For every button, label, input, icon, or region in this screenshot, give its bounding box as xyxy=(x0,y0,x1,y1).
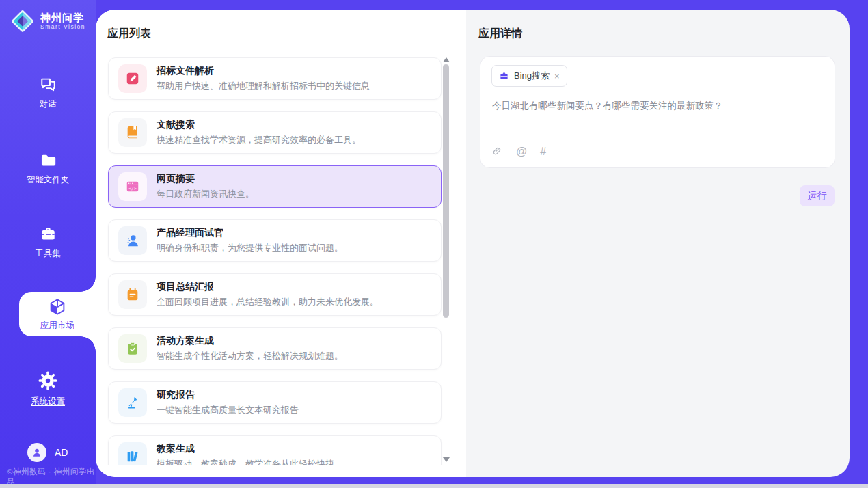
avatar[interactable] xyxy=(27,443,46,462)
app-list-scrollbar[interactable] xyxy=(442,57,450,462)
app-name: 文献搜索 xyxy=(157,119,361,131)
user-icon xyxy=(31,447,42,458)
app-card-literature-search[interactable]: 文献搜索 快速精准查找学术资源，提高研究效率的必备工具。 xyxy=(108,111,442,154)
scrollbar-thumb[interactable] xyxy=(443,64,449,318)
bottom-strip xyxy=(0,484,868,488)
app-name: 项目总结汇报 xyxy=(157,281,379,293)
sidebar-item-label: 智能文件夹 xyxy=(27,174,70,186)
main-content: 应用列表 招标文件解析 帮助用户快速、准确地理解和解析招标书中的关键信息 xyxy=(96,10,850,477)
app-icon-tile xyxy=(118,280,147,309)
scroll-up-arrow-icon[interactable] xyxy=(443,57,450,62)
app-name: 研究报告 xyxy=(157,389,299,401)
pm-interviewer-icon xyxy=(125,233,140,248)
app-card-project-summary[interactable]: 项目总结汇报 全面回顾项目进展，总结经验教训，助力未来优化发展。 xyxy=(108,273,442,316)
app-name: 教案生成 xyxy=(157,443,334,455)
app-detail-title: 应用详情 xyxy=(478,27,522,41)
scroll-down-arrow-icon[interactable] xyxy=(443,457,450,462)
event-plan-icon xyxy=(125,341,140,356)
sidebar-item-smart-folder[interactable]: 智能文件夹 xyxy=(0,151,96,186)
app-icon-tile xyxy=(118,388,147,417)
toolbox-icon xyxy=(39,225,57,243)
prompt-card: Bing搜索 × 今日湖北有哪些新闻要点？有哪些需要关注的最新政策？ @ # xyxy=(480,56,835,168)
app-detail-panel: 应用详情 Bing搜索 × 今日湖北有哪些新闻要点？有哪些需要关注的最新政策？ … xyxy=(466,10,850,477)
chat-icon xyxy=(39,75,57,94)
tag-close-icon[interactable]: × xyxy=(554,72,560,81)
app-list-title: 应用列表 xyxy=(107,27,151,41)
app-description: 快速精准查找学术资源，提高研究效率的必备工具。 xyxy=(157,134,361,146)
literature-search-icon xyxy=(125,125,140,140)
at-icon[interactable]: @ xyxy=(516,146,527,157)
bid-document-parse-icon xyxy=(125,71,140,86)
sidebar: 神州问学 Smart Vision 对话 智能文件夹 工具集 xyxy=(0,0,96,484)
brand-tagline: Smart Vision xyxy=(40,24,85,30)
cube-icon xyxy=(47,297,68,317)
sidebar-item-label: 系统设置 xyxy=(31,396,65,407)
sidebar-item-settings[interactable]: 系统设置 xyxy=(0,370,96,407)
app-description: 每日政府新闻资讯快查。 xyxy=(157,188,254,200)
paperclip-icon[interactable] xyxy=(491,146,503,157)
app-card-lesson-plan[interactable]: 教案生成 模板驱动，教案秒成，教学准备从此轻松快捷 xyxy=(108,435,442,465)
app-icon-tile xyxy=(118,442,147,465)
sidebar-item-label: 应用市场 xyxy=(40,320,74,331)
account-row[interactable]: AD xyxy=(27,443,68,462)
brand-name: 神州问学 xyxy=(40,12,85,23)
app-name: 活动方案生成 xyxy=(157,335,343,347)
app-list-scroll-area: 招标文件解析 帮助用户快速、准确地理解和解析招标书中的关键信息 文献搜索 快速精… xyxy=(96,55,466,465)
app-description: 帮助用户快速、准确地理解和解析招标书中的关键信息 xyxy=(157,80,370,92)
app-icon-tile xyxy=(118,334,147,363)
app-name: 招标文件解析 xyxy=(157,65,370,77)
input-toolbar: @ # xyxy=(491,146,546,157)
lesson-plan-icon xyxy=(125,449,140,464)
app-description: 全面回顾项目进展，总结经验教训，助力未来优化发展。 xyxy=(157,296,379,308)
sidebar-item-label: 工具集 xyxy=(35,248,61,260)
run-button[interactable]: 运行 xyxy=(800,185,835,206)
app-name: 产品经理面试官 xyxy=(157,227,343,239)
sidebar-item-toolset[interactable]: 工具集 xyxy=(0,225,96,260)
app-name: 网页摘要 xyxy=(157,173,254,185)
app-card-web-summary[interactable]: </> 网页摘要 每日政府新闻资讯快查。 xyxy=(108,165,442,208)
account-name: AD xyxy=(55,447,68,458)
research-report-icon xyxy=(125,395,140,410)
app-card-research-report[interactable]: 研究报告 一键智能生成高质量长文本研究报告 xyxy=(108,381,442,424)
app-description: 智能生成个性化活动方案，轻松解决规划难题。 xyxy=(157,350,343,362)
svg-text:</>: </> xyxy=(128,186,137,191)
app-list-panel: 应用列表 招标文件解析 帮助用户快速、准确地理解和解析招标书中的关键信息 xyxy=(96,10,466,477)
app-description: 明确身份和职责，为您提供专业性的面试问题。 xyxy=(157,242,343,254)
tool-tag-label: Bing搜索 xyxy=(514,70,550,82)
app-icon-tile xyxy=(118,118,147,147)
tool-tag-bing-search[interactable]: Bing搜索 × xyxy=(491,65,567,87)
app-card-bid-document-parse[interactable]: 招标文件解析 帮助用户快速、准确地理解和解析招标书中的关键信息 xyxy=(108,57,442,100)
briefcase-icon xyxy=(499,71,509,81)
query-input[interactable]: 今日湖北有哪些新闻要点？有哪些需要关注的最新政策？ xyxy=(492,99,824,113)
sidebar-item-app-market[interactable]: 应用市场 xyxy=(19,292,96,336)
app-icon-tile: </> xyxy=(118,172,147,201)
app-description: 模板驱动，教案秒成，教学准备从此轻松快捷 xyxy=(157,458,334,465)
sidebar-item-label: 对话 xyxy=(40,98,57,110)
app-card-pm-interviewer[interactable]: 产品经理面试官 明确身份和职责，为您提供专业性的面试问题。 xyxy=(108,219,442,262)
brand-logo: 神州问学 Smart Vision xyxy=(10,8,85,34)
app-icon-tile xyxy=(118,226,147,255)
folder-icon xyxy=(39,151,57,170)
sidebar-item-chat[interactable]: 对话 xyxy=(0,75,96,110)
web-summary-icon: </> xyxy=(125,179,140,194)
app-description: 一键智能生成高质量长文本研究报告 xyxy=(157,404,299,416)
hash-icon[interactable]: # xyxy=(540,146,546,157)
project-summary-icon xyxy=(125,287,140,302)
app-card-event-plan[interactable]: 活动方案生成 智能生成个性化活动方案，轻松解决规划难题。 xyxy=(108,327,442,370)
brand-diamond-icon xyxy=(10,8,36,34)
app-icon-tile xyxy=(118,64,147,93)
gear-icon xyxy=(38,370,58,391)
